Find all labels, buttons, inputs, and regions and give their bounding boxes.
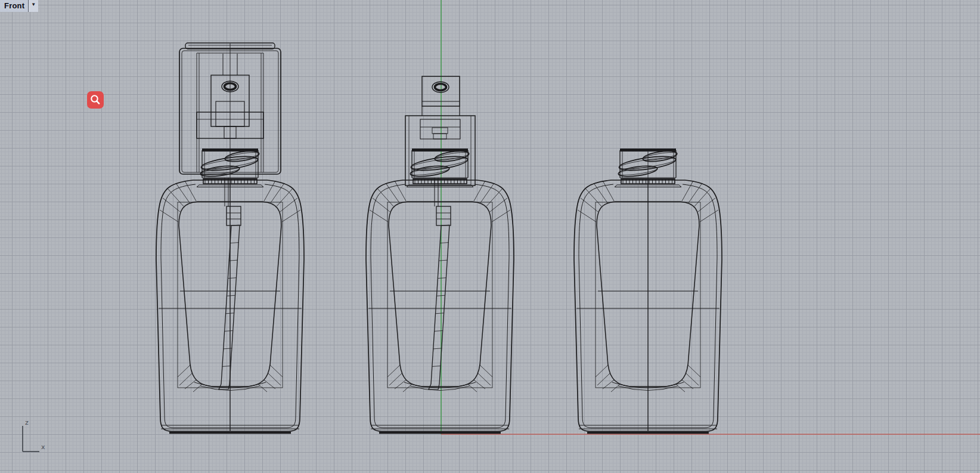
chevron-down-icon: ▼	[31, 2, 36, 7]
bottle-with-pump[interactable]	[366, 76, 514, 433]
world-axes	[441, 0, 980, 434]
viewport-menu-dropdown[interactable]: ▼	[28, 0, 38, 12]
viewport-title-bar[interactable]: Front ▼	[0, 0, 38, 12]
viewport-title-label[interactable]: Front	[0, 0, 28, 12]
scene-canvas	[0, 0, 980, 473]
cad-viewport[interactable]: z x Front ▼	[0, 0, 980, 473]
zoom-tool-button[interactable]	[87, 91, 104, 109]
bottle-with-cap[interactable]	[156, 43, 304, 433]
magnifier-icon	[89, 94, 102, 107]
bottle-plain[interactable]	[574, 149, 722, 433]
